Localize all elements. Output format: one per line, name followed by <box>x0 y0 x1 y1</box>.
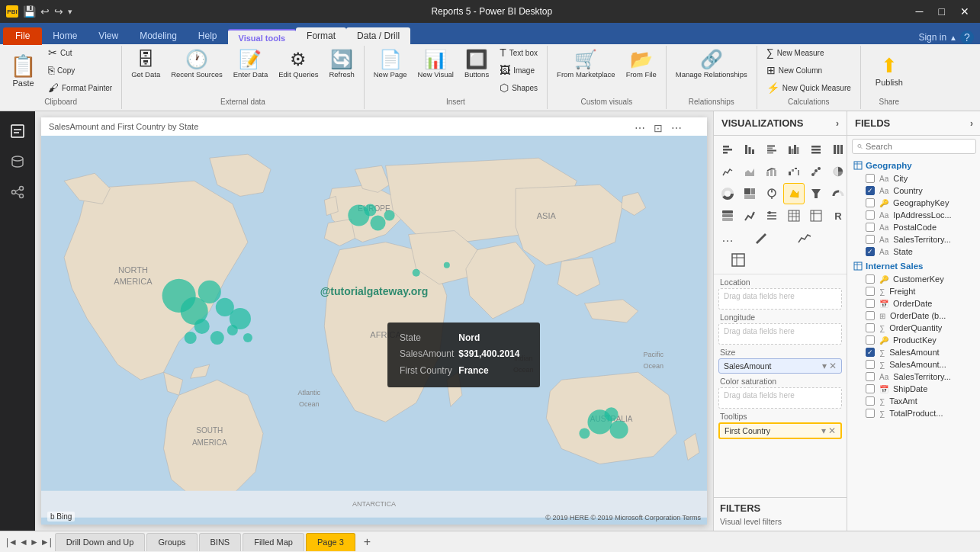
field-postalcode[interactable]: Aa PostalCode <box>847 221 980 233</box>
field-geographykey[interactable]: 🔑 GeographyKey <box>847 197 980 209</box>
tab-add[interactable]: + <box>357 533 378 551</box>
field-shipdate[interactable]: 📅 ShipDate <box>847 383 980 395</box>
viz-gauge[interactable] <box>827 183 849 204</box>
new-measure-button[interactable]: ∑ New Measure <box>762 44 856 61</box>
field-freight[interactable]: ∑ Freight <box>847 285 980 297</box>
recent-sources-button[interactable]: 🕐 Recent Sources <box>166 47 227 93</box>
viz-kpi[interactable] <box>739 205 760 226</box>
quick-access-redo[interactable]: ↪ <box>54 5 63 18</box>
viz-pie[interactable] <box>827 161 849 182</box>
publish-button[interactable]: ⬆ Publish <box>866 47 913 93</box>
from-marketplace-button[interactable]: 🛒 From Marketplace <box>552 47 620 93</box>
buttons-button[interactable]: 🔲 Buttons <box>460 47 493 93</box>
sidebar-data-icon[interactable] <box>4 148 31 175</box>
tab-modeling[interactable]: Modeling <box>129 27 188 45</box>
size-pill[interactable]: SalesAmount ▾ ✕ <box>718 358 842 374</box>
location-drop[interactable]: Drag data fields here <box>718 288 842 310</box>
field-salesamount-2[interactable]: ∑ SalesAmount... <box>847 358 980 371</box>
tab-filled-map[interactable]: Filled Map <box>243 533 304 551</box>
viz-donut[interactable] <box>717 183 738 204</box>
viz-area[interactable] <box>739 161 760 182</box>
sidebar-model-icon[interactable] <box>4 178 31 206</box>
new-visual-button[interactable]: 📊 New Visual <box>413 47 458 93</box>
orderdate-checkbox[interactable] <box>866 299 875 308</box>
shapes-button[interactable]: ⬡ Shapes <box>495 79 542 96</box>
productkey-checkbox[interactable] <box>866 335 875 345</box>
field-orderdate-b[interactable]: ⊞ OrderDate (b... <box>847 310 980 322</box>
taxamt-checkbox[interactable] <box>866 396 875 406</box>
salesterritory-checkbox[interactable] <box>866 372 875 381</box>
customerkey-checkbox[interactable] <box>866 274 875 284</box>
viz-clustered-col[interactable] <box>783 139 805 160</box>
sidebar-report-icon[interactable] <box>4 117 31 145</box>
viz-slicer[interactable] <box>761 205 782 226</box>
viz-scatter[interactable] <box>805 161 827 182</box>
maximize-button[interactable]: □ <box>934 4 949 19</box>
canvas-focus-button[interactable]: ⊡ <box>651 120 666 136</box>
color-drop[interactable]: Drag data fields here <box>718 387 842 409</box>
refresh-button[interactable]: 🔄 Refresh <box>324 47 358 93</box>
signin-button[interactable]: Sign in <box>918 32 946 43</box>
from-file-button[interactable]: 📂 From File <box>622 47 661 93</box>
text-box-button[interactable]: T Text box <box>495 44 542 61</box>
geographykey-checkbox[interactable] <box>866 198 875 207</box>
canvas-more-button[interactable]: ⋯ <box>669 120 684 136</box>
edit-queries-button[interactable]: ⚙ Edit Queries <box>274 47 323 93</box>
viz-r[interactable]: R <box>827 205 849 226</box>
viz-multi-row-card[interactable] <box>717 205 738 226</box>
canvas-expand-button[interactable]: ⋯ <box>632 120 647 136</box>
internet-sales-header[interactable]: Internet Sales <box>847 259 980 273</box>
format-painter-button[interactable]: 🖌 Format Painter <box>43 79 117 96</box>
tab-home[interactable]: Home <box>42 27 88 45</box>
nav-next[interactable]: ► <box>30 537 39 547</box>
viz-waterfall[interactable] <box>783 161 805 182</box>
viz-map[interactable] <box>761 183 782 204</box>
viz-format-tool[interactable] <box>739 227 782 249</box>
tab-drill-down[interactable]: Drill Down and Up <box>55 533 146 551</box>
tab-groups[interactable]: Groups <box>146 533 197 551</box>
viz-line-col[interactable] <box>761 161 782 182</box>
enter-data-button[interactable]: 📝 Enter Data <box>229 47 272 93</box>
field-state[interactable]: ✓ Aa State <box>847 246 980 258</box>
nav-last[interactable]: ►| <box>40 537 52 547</box>
field-salesamount[interactable]: ✓ ∑ SalesAmount <box>847 346 980 358</box>
quick-access-save[interactable]: 💾 <box>23 5 36 18</box>
city-checkbox[interactable] <box>866 174 875 183</box>
paste-button[interactable]: 📋 Paste <box>5 47 42 93</box>
tab-view[interactable]: View <box>88 27 129 45</box>
viz-more[interactable]: … <box>717 227 738 249</box>
viz-analytics-tool[interactable] <box>783 227 826 249</box>
salesamount2-checkbox[interactable] <box>866 360 875 369</box>
tooltips-pill[interactable]: First Country ▾ ✕ <box>718 422 842 439</box>
viz-100-col[interactable] <box>827 139 849 160</box>
fields-search-box[interactable] <box>852 139 976 154</box>
viz-matrix[interactable] <box>805 205 827 226</box>
nav-prev[interactable]: ◄ <box>19 537 28 547</box>
tab-visual-tools[interactable]: Visual tools <box>228 29 297 45</box>
field-totalproduct[interactable]: ∑ TotalProduct... <box>847 407 980 419</box>
manage-relationships-button[interactable]: 🔗 Manage Relationships <box>671 47 752 93</box>
fields-expand[interactable]: › <box>970 118 973 129</box>
viz-treemap[interactable] <box>739 183 760 204</box>
image-button[interactable]: 🖼 Image <box>495 62 542 79</box>
field-salesterritory-geo[interactable]: Aa SalesTerritory... <box>847 233 980 246</box>
orderquantity-checkbox[interactable] <box>866 323 875 332</box>
field-taxamt[interactable]: ∑ TaxAmt <box>847 395 980 407</box>
tab-data-drill[interactable]: Data / Drill <box>346 27 410 45</box>
viz-stacked-bar[interactable] <box>717 139 738 160</box>
shipdate-checkbox[interactable] <box>866 384 875 393</box>
orderdate-b-checkbox[interactable] <box>866 311 875 320</box>
field-productkey[interactable]: 🔑 ProductKey <box>847 334 980 346</box>
longitude-drop[interactable]: Drag data fields here <box>718 323 842 345</box>
quick-access-undo[interactable]: ↩ <box>40 5 50 18</box>
viz-filled-map[interactable] <box>783 183 805 204</box>
tab-page3[interactable]: Page 3 <box>306 533 355 551</box>
field-country[interactable]: ✓ Aa Country <box>847 185 980 197</box>
viz-stacked-col[interactable] <box>739 139 760 160</box>
size-remove[interactable]: ▾ ✕ <box>822 361 837 371</box>
ipaddress-checkbox[interactable] <box>866 210 875 220</box>
viz-clustered-bar[interactable] <box>761 139 782 160</box>
field-orderquantity[interactable]: ∑ OrderQuantity <box>847 322 980 334</box>
visualizations-expand[interactable]: › <box>836 118 839 129</box>
tab-help[interactable]: Help <box>188 27 228 45</box>
